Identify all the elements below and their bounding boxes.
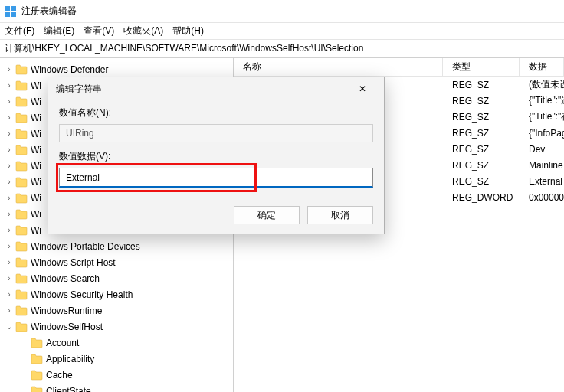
tree-item-label: Windows Defender <box>31 64 108 75</box>
chevron-right-icon[interactable]: › <box>5 242 14 250</box>
tree-item[interactable]: Applicability <box>0 351 233 367</box>
folder-icon <box>15 64 28 75</box>
tree-item[interactable]: ›Windows Portable Devices <box>0 238 233 254</box>
folder-icon <box>15 305 28 316</box>
tree-item-label: Wi <box>31 96 41 107</box>
cell-data: {"Title":"选 <box>520 94 564 107</box>
tree-item[interactable]: ClientState <box>0 383 233 392</box>
folder-icon <box>15 241 28 252</box>
tree-item-label: Cache <box>46 370 73 381</box>
chevron-right-icon[interactable]: › <box>5 306 14 315</box>
tree-item-label: Wi <box>31 80 41 91</box>
menu-edit[interactable]: 编辑(E) <box>44 24 74 38</box>
cell-data: External <box>520 176 564 187</box>
titlebar: 注册表编辑器 <box>0 0 564 23</box>
menu-help[interactable]: 帮助(H) <box>172 24 204 38</box>
chevron-right-icon[interactable]: › <box>5 210 14 218</box>
tree-item-label: Wi <box>31 193 41 204</box>
svg-rect-0 <box>5 6 10 11</box>
folder-icon <box>15 193 28 204</box>
tree-item-label: Windows Search <box>31 273 100 284</box>
menu-view[interactable]: 查看(V) <box>84 24 114 38</box>
value-data-input[interactable] <box>59 168 373 188</box>
ok-button[interactable]: 确定 <box>234 206 300 224</box>
folder-icon <box>15 129 28 139</box>
folder-icon <box>15 145 28 155</box>
tree-item-label: Wi <box>31 145 41 155</box>
menu-file[interactable]: 文件(F) <box>5 24 34 38</box>
folder-icon <box>15 177 28 188</box>
chevron-right-icon[interactable]: › <box>5 81 14 90</box>
tree-item[interactable]: ›Windows Search <box>0 270 233 286</box>
chevron-right-icon[interactable]: › <box>5 194 14 202</box>
cell-data: Mainline <box>520 160 564 171</box>
chevron-down-icon[interactable]: ⌄ <box>5 322 14 331</box>
address-input[interactable] <box>5 44 564 54</box>
folder-icon <box>15 273 28 284</box>
folder-icon <box>31 386 43 393</box>
svg-rect-1 <box>11 6 16 11</box>
tree-item-label: Wi <box>31 177 41 188</box>
cell-data: {"Title":"在 <box>520 110 564 123</box>
cell-type: REG_SZ <box>443 96 520 106</box>
chevron-right-icon[interactable]: › <box>5 129 14 138</box>
cell-type: REG_SZ <box>443 176 520 187</box>
cell-type: REG_DWORD <box>443 192 520 203</box>
chevron-right-icon[interactable]: › <box>5 290 14 299</box>
tree-item-label: Wi <box>31 129 41 139</box>
cell-data: 0x000000 <box>520 192 564 203</box>
close-icon[interactable]: ✕ <box>349 78 376 100</box>
chevron-right-icon[interactable]: › <box>5 65 14 74</box>
cell-type: REG_SZ <box>443 128 520 139</box>
folder-icon <box>15 80 28 91</box>
tree-item[interactable]: ⌄WindowsSelfHost <box>0 318 233 335</box>
tree-item-label: WindowsSelfHost <box>31 322 103 332</box>
chevron-right-icon[interactable]: › <box>5 178 14 186</box>
svg-rect-2 <box>5 12 10 17</box>
cancel-button[interactable]: 取消 <box>307 206 373 224</box>
cell-type: REG_SZ <box>443 112 520 122</box>
tree-item-label: Account <box>46 338 79 348</box>
folder-icon <box>15 96 28 107</box>
window-title: 注册表编辑器 <box>21 5 77 18</box>
tree-item[interactable]: Cache <box>0 367 233 383</box>
tree-item-label: WindowsRuntime <box>31 305 102 316</box>
tree-item-label: Windows Script Host <box>31 257 116 268</box>
cell-type: REG_SZ <box>443 160 520 171</box>
tree-item[interactable]: ›Windows Security Health <box>0 286 233 302</box>
tree-item[interactable]: Account <box>0 335 233 351</box>
chevron-right-icon[interactable]: › <box>5 97 14 106</box>
tree-item-label: Windows Portable Devices <box>31 241 140 252</box>
tree-item-label: Wi <box>31 225 41 236</box>
dialog-title-text: 编辑字符串 <box>56 83 102 96</box>
col-header-data[interactable]: 数据 <box>520 58 564 76</box>
menubar: 文件(F) 编辑(E) 查看(V) 收藏夹(A) 帮助(H) <box>0 23 564 40</box>
chevron-right-icon[interactable]: › <box>5 162 14 170</box>
chevron-right-icon[interactable]: › <box>5 226 14 234</box>
tree-item-label: Wi <box>31 113 41 123</box>
list-header: 名称 类型 数据 <box>234 58 564 77</box>
tree-item[interactable]: ›WindowsRuntime <box>0 302 233 318</box>
tree-item[interactable]: ›Windows Script Host <box>0 254 233 270</box>
svg-rect-3 <box>11 12 16 17</box>
chevron-right-icon[interactable]: › <box>5 258 14 266</box>
tree-item-label: Wi <box>31 209 41 220</box>
col-header-type[interactable]: 类型 <box>443 58 520 76</box>
folder-icon <box>31 338 43 348</box>
chevron-right-icon[interactable]: › <box>5 274 14 283</box>
cell-data: (数值未设 <box>520 78 564 91</box>
col-header-name[interactable]: 名称 <box>234 58 443 76</box>
tree-item[interactable]: ›Windows Defender <box>0 61 233 77</box>
folder-icon <box>15 322 28 332</box>
chevron-right-icon[interactable]: › <box>5 113 14 122</box>
chevron-right-icon[interactable]: › <box>5 145 14 154</box>
tree-item-label: Applicability <box>46 354 94 364</box>
edit-string-dialog: 编辑字符串 ✕ 数值名称(N): UIRing 数值数据(V): 确定 取消 <box>48 77 385 234</box>
value-name-field: UIRing <box>59 124 373 142</box>
menu-favorites[interactable]: 收藏夹(A) <box>123 24 163 38</box>
folder-icon <box>15 113 28 123</box>
cell-data: Dev <box>520 144 564 155</box>
folder-icon <box>15 257 28 268</box>
folder-icon <box>31 354 43 364</box>
folder-icon <box>15 209 28 220</box>
